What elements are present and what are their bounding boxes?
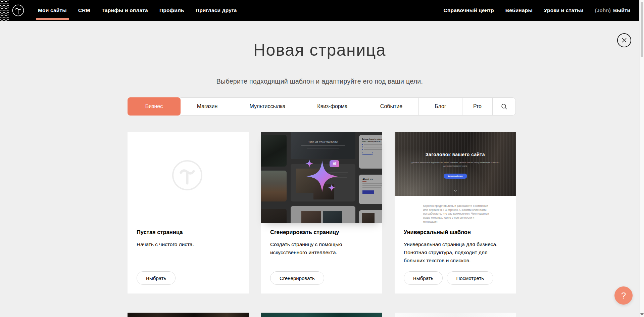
navbar-left-menu: Мои сайты CRM Тарифы и оплата Профиль Пр… <box>38 0 237 21</box>
tab-label: Бизнес <box>145 103 163 109</box>
nav-item-crm[interactable]: CRM <box>78 0 90 21</box>
tab-label: Квиз-форма <box>317 103 347 109</box>
card-description: Универсальная страница для бизнеса. Поня… <box>404 240 504 265</box>
nav-item-label: Уроки и статьи <box>544 7 584 13</box>
ai-collage-thumbnail: Title of Your Website Get your house <box>261 132 382 223</box>
help-button[interactable]: ? <box>614 286 633 305</box>
card-title: Пустая страница <box>137 229 183 235</box>
tab-business[interactable]: Бизнес <box>128 97 181 116</box>
tilda-watermark-icon <box>172 160 203 191</box>
card-title: Сгенерировать страницу <box>270 229 339 235</box>
scrollbar-thumb[interactable] <box>641 2 643 57</box>
user-name: (John) <box>595 7 611 13</box>
preview-template-button[interactable]: Посмотреть <box>447 271 493 285</box>
page-title: Новая страница <box>0 40 639 60</box>
scrollbar-down-arrow-icon[interactable] <box>640 313 644 316</box>
nav-item-label: Вебинары <box>505 7 533 13</box>
chevron-down-icon <box>453 189 457 192</box>
zigzag-pattern-icon <box>0 0 9 21</box>
tab-quiz-form[interactable]: Квиз-форма <box>301 97 364 116</box>
tab-label: Событие <box>380 103 402 109</box>
new-page-screen: Мои сайты CRM Тарифы и оплата Профиль Пр… <box>0 0 644 317</box>
template-cards-row: Пустая страница Начать с чистого листа. … <box>128 132 516 293</box>
universal-template-thumbnail: Заголовок вашего сайта Добавьте интересн… <box>395 132 516 223</box>
navbar-right-menu: Справочный центр Вебинары Уроки и статьи… <box>444 7 630 13</box>
page-scrollbar[interactable] <box>639 0 644 317</box>
nav-item-my-sites[interactable]: Мои сайты <box>38 0 67 21</box>
nav-item-label: Мои сайты <box>38 7 67 13</box>
choose-blank-button[interactable]: Выбрать <box>137 271 176 285</box>
next-row-card-thumbnail[interactable] <box>261 313 382 317</box>
nav-item-tariffs[interactable]: Тарифы и оплата <box>102 0 148 21</box>
tilda-logo-icon[interactable] <box>12 4 24 17</box>
nav-item-label: Пригласи друга <box>196 7 237 13</box>
nav-item-label: CRM <box>78 7 90 13</box>
nav-item-invite-friend[interactable]: Пригласи друга <box>196 0 237 21</box>
logout-button[interactable]: (John) Выйти <box>595 7 630 13</box>
template-cta-button: Целевое действие <box>444 174 467 179</box>
nav-item-label: Тарифы и оплата <box>102 7 148 13</box>
help-question-icon: ? <box>621 290 626 301</box>
page-subtitle: Выберите подходящий шаблон и адаптируйте… <box>0 78 639 85</box>
search-icon <box>501 103 507 110</box>
generate-button[interactable]: Сгенерировать <box>270 271 324 285</box>
tab-blog[interactable]: Блог <box>419 97 462 116</box>
card-universal-template[interactable]: Заголовок вашего сайта Добавьте интересн… <box>395 132 516 293</box>
template-body-text: Коротко представьтесь и расскажите о ком… <box>423 204 489 223</box>
card-description: Создать страницу с помощью искусственног… <box>270 240 354 257</box>
choose-template-button[interactable]: Выбрать <box>404 271 443 285</box>
tab-label: Магазин <box>197 103 218 109</box>
tab-shop[interactable]: Магазин <box>181 97 234 116</box>
tab-pro[interactable]: Pro <box>462 97 493 116</box>
tab-label: Мультиссылка <box>250 103 286 109</box>
card-actions: Выбрать Посмотреть <box>404 271 493 285</box>
card-actions: Выбрать <box>137 271 176 285</box>
next-row-card-thumbnail[interactable] <box>128 313 249 317</box>
nav-item-label: Справочный центр <box>444 7 494 13</box>
tab-multilink[interactable]: Мультиссылка <box>234 97 301 116</box>
template-hero-image: Заголовок вашего сайта Добавьте интересн… <box>395 132 516 196</box>
template-category-tabs: Бизнес Магазин Мультиссылка Квиз-форма С… <box>128 97 516 116</box>
card-description: Начать с чистого листа. <box>137 240 237 248</box>
top-navbar: Мои сайты CRM Тарифы и оплата Профиль Пр… <box>0 0 639 21</box>
card-actions: Сгенерировать <box>270 271 324 285</box>
tab-label: Блог <box>435 103 446 109</box>
tab-search[interactable] <box>493 97 516 116</box>
ai-badge: AI <box>330 160 339 167</box>
nav-item-profile[interactable]: Профиль <box>159 0 184 21</box>
next-row-card-thumbnail[interactable] <box>395 313 516 317</box>
card-ai-generate[interactable]: Title of Your Website Get your house <box>261 132 382 293</box>
card-title: Универсальный шаблон <box>404 229 471 235</box>
card-blank-page[interactable]: Пустая страница Начать с чистого листа. … <box>128 132 249 293</box>
tab-event[interactable]: Событие <box>364 97 419 116</box>
tab-label: Pro <box>473 103 482 109</box>
ai-sparkle-small-icon <box>305 159 313 168</box>
nav-item-label: Профиль <box>159 7 184 13</box>
nav-item-lessons[interactable]: Уроки и статьи <box>544 7 584 13</box>
template-hero-subtitle: Добавьте интересные подробности о вашей … <box>410 161 501 168</box>
nav-item-webinars[interactable]: Вебинары <box>505 7 533 13</box>
nav-item-help-center[interactable]: Справочный центр <box>444 7 494 13</box>
template-hero-title: Заголовок вашего сайта <box>395 152 516 157</box>
ai-sparkle-small-icon <box>328 184 336 192</box>
logout-label: Выйти <box>613 7 630 13</box>
